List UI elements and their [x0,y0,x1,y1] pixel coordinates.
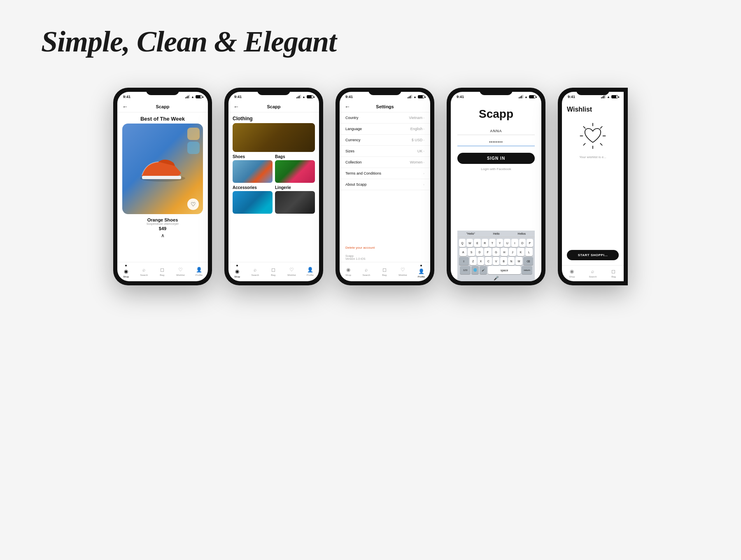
wishlist-screen: Wishlist [562,101,624,265]
tab-bag-1[interactable]: ◻ Bag [159,266,165,276]
heart-large-icon [578,121,607,150]
key-k[interactable]: K [517,248,524,256]
key-m[interactable]: M [515,257,522,265]
setting-about[interactable]: About Scapp › [340,179,430,190]
key-w[interactable]: W [466,239,473,247]
key-q[interactable]: Q [459,239,466,247]
key-j[interactable]: J [509,248,516,256]
key-y[interactable]: Y [496,239,503,247]
wishlist-icon[interactable]: ♡ [187,198,199,210]
tab-wishlist-1[interactable]: ♡ Wishlist [176,266,185,276]
sign-in-button[interactable]: SIGN IN [457,153,535,164]
key-return[interactable]: return [522,266,532,274]
suggestion-2[interactable]: Hello [493,232,500,235]
bags-image[interactable] [275,160,315,183]
mic-icon-bottom[interactable]: 🎤 [494,276,499,280]
key-c[interactable]: C [485,257,492,265]
key-shift[interactable]: ⇧ [459,257,469,265]
time-5: 9:41 [568,95,575,99]
key-p[interactable]: P [527,239,533,247]
headline: Simple, Clean & Elegant [41,25,336,59]
tab-wishlist-3[interactable]: ♡ Wishlist [398,266,407,276]
phone-login: 9:41 ▲ Scapp SIGN IN Login with Facebook [447,88,545,285]
key-g[interactable]: G [492,248,500,256]
about-label: About Scapp [345,182,367,187]
tab-bag-2[interactable]: ◻ Bag [270,266,277,276]
suggestion-3[interactable]: Hellos [518,232,526,235]
tab-bag-3[interactable]: ◻ Bag [381,266,388,276]
tab-shop-1[interactable]: ◉ Shop [123,265,129,278]
nav-bar-3: ← Settings [340,101,430,112]
key-x[interactable]: X [478,257,485,265]
key-delete[interactable]: ⌫ [523,257,533,265]
key-s[interactable]: S [468,248,475,256]
key-t[interactable]: T [489,239,496,247]
tab-wishlist-2[interactable]: ♡ Wishlist [287,266,296,276]
accessories-image[interactable] [233,191,273,214]
back-button-1[interactable]: ← [122,103,128,110]
chevron-up-icon[interactable]: ∧ [117,233,208,238]
facebook-login-link[interactable]: Login with Facebook [481,167,511,171]
setting-currency[interactable]: Currency $ USD › [340,135,430,146]
tab-profile-1[interactable]: 👤 Profile [196,266,203,276]
svg-line-7 [600,143,602,145]
key-u[interactable]: U [504,239,510,247]
tab-search-3[interactable]: ⌕ Search [362,266,370,276]
key-a[interactable]: A [459,248,467,256]
wifi-icon-3: ▲ [413,95,417,99]
key-n[interactable]: N [508,257,515,265]
key-mic[interactable]: 🎤 [480,266,487,274]
start-shopping-button[interactable]: START SHOPPI... [567,250,619,260]
key-globe[interactable]: 🌐 [471,266,479,274]
key-f[interactable]: F [484,248,492,256]
svg-line-6 [583,126,585,128]
back-button-2[interactable]: ← [233,103,239,110]
tab-search-5[interactable]: ⌕ Search [589,268,597,278]
username-input[interactable] [457,127,535,135]
lingerie-section: Lingerie [275,185,315,214]
delete-account-link[interactable]: Delete your account [340,243,430,253]
chevron-terms: › [423,172,424,175]
key-e[interactable]: E [474,239,480,247]
svg-line-8 [600,126,602,128]
setting-language[interactable]: Language English › [340,124,430,135]
back-button-3[interactable]: ← [345,103,350,110]
tab-bag-5[interactable]: ◻ Bag [610,268,617,278]
key-b[interactable]: B [500,257,507,265]
setting-collection[interactable]: Collection Women › [340,157,430,168]
product-card[interactable]: ♡ [122,124,203,214]
shoes-image[interactable] [233,160,273,183]
tab-search-1[interactable]: ⌕ Search [140,266,148,276]
password-input[interactable] [457,138,535,146]
key-z[interactable]: Z [470,257,477,265]
key-123[interactable]: 123 [460,266,471,274]
bags-title: Bags [275,154,315,159]
notch-3 [368,88,401,95]
key-l[interactable]: L [525,248,533,256]
clothing-image[interactable] [233,123,315,152]
setting-terms[interactable]: Terms and Conditions › [340,168,430,179]
key-v[interactable]: V [493,257,500,265]
terms-label: Terms and Conditions [345,171,381,175]
key-d[interactable]: D [476,248,483,256]
product-header: Best of The Week [117,112,208,124]
setting-country[interactable]: Country Vietnam › [340,112,430,124]
tab-shop-2[interactable]: ◉ Shop [234,265,240,278]
key-h[interactable]: H [501,248,508,256]
tab-profile-3[interactable]: 👤 Profile [418,265,425,278]
key-r[interactable]: R [482,239,488,247]
key-space[interactable]: space [488,266,521,274]
lingerie-image[interactable] [275,191,315,214]
suggestion-1[interactable]: "Hello" [466,232,475,235]
chevron-country: › [423,116,424,120]
currency-value: $ USD › [412,138,424,142]
tab-search-2[interactable]: ⌕ Search [251,266,259,276]
key-i[interactable]: I [511,239,518,247]
nav-bar-1: ← Scapp [117,101,208,112]
tab-profile-2[interactable]: 👤 Profile [307,266,314,276]
tab-shop-5[interactable]: ◉ Shop [569,268,575,278]
key-o[interactable]: O [519,239,526,247]
setting-sizes[interactable]: Sizes UK › [340,146,430,157]
tab-shop-3[interactable]: ◉ Shop [345,266,352,276]
categories-screen: Clothing Shoes Bags Accessories [228,112,319,262]
